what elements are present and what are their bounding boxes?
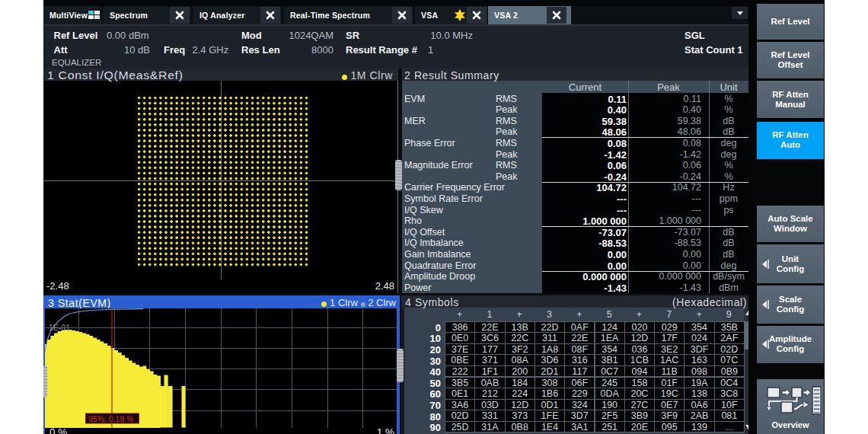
svg-text:0 %: 0 % [49,426,67,434]
svg-text:95%: 0.19 %: 95%: 0.19 % [88,414,134,423]
svg-text:1E-01: 1E-01 [49,323,70,332]
svg-text:1 %: 1 % [377,426,394,434]
